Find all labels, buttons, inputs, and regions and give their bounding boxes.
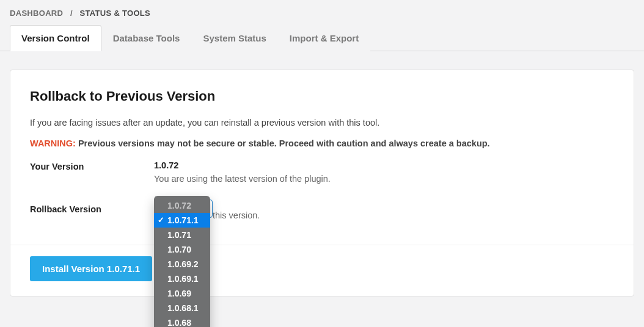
rollback-version-label: Rollback Version — [30, 203, 154, 214]
your-version-label: Your Version — [30, 160, 154, 171]
your-version-row: Your Version 1.0.72 You are using the la… — [30, 160, 614, 184]
section-title: Rollback to Previous Version — [30, 88, 614, 104]
breadcrumb: DASHBOARD / STATUS & TOOLS — [0, 0, 644, 25]
rollback-option: 1.0.72 — [154, 198, 210, 213]
tab-system-status[interactable]: System Status — [191, 25, 277, 51]
your-version-note: You are using the latest version of the … — [154, 174, 331, 184]
rollback-option[interactable]: 1.0.69.1 — [154, 271, 210, 286]
breadcrumb-current: STATUS & TOOLS — [80, 9, 150, 18]
tab-bar: Version Control Database Tools System St… — [0, 25, 644, 51]
warning-line: WARNING: Previous versions may not be se… — [30, 138, 614, 148]
rollback-option[interactable]: 1.0.71.1 — [154, 213, 210, 228]
rollback-option[interactable]: 1.0.69.2 — [154, 257, 210, 271]
rollback-option[interactable]: 1.0.68 — [154, 315, 210, 327]
rollback-option[interactable]: 1.0.68.1 — [154, 301, 210, 315]
intro-text: If you are facing issues after an update… — [30, 118, 614, 128]
your-version-value: 1.0.72 — [154, 160, 331, 170]
breadcrumb-sep: / — [65, 9, 78, 18]
rollback-option[interactable]: 1.0.70 — [154, 242, 210, 257]
tab-version-control[interactable]: Version Control — [10, 25, 101, 51]
rollback-panel: Rollback to Previous Version If you are … — [10, 70, 634, 296]
rollback-option[interactable]: 1.0.71 — [154, 228, 210, 242]
rollback-dropdown-list: 1.0.72 1.0.71.1 1.0.71 1.0.70 1.0.69.2 1… — [154, 196, 210, 327]
tab-database-tools[interactable]: Database Tools — [101, 25, 192, 51]
tab-import-export[interactable]: Import & Export — [278, 25, 370, 51]
warning-text: Previous versions may not be secure or s… — [76, 138, 490, 148]
install-version-button[interactable]: Install Version 1.0.71.1 — [30, 256, 152, 281]
breadcrumb-root-link[interactable]: DASHBOARD — [10, 9, 63, 18]
rollback-option[interactable]: 1.0.69 — [154, 286, 210, 301]
warning-prefix: WARNING: — [30, 138, 76, 148]
rollback-version-row: Rollback Version 1.0.72 1.0.71.1 1.0.71 … — [30, 203, 614, 220]
